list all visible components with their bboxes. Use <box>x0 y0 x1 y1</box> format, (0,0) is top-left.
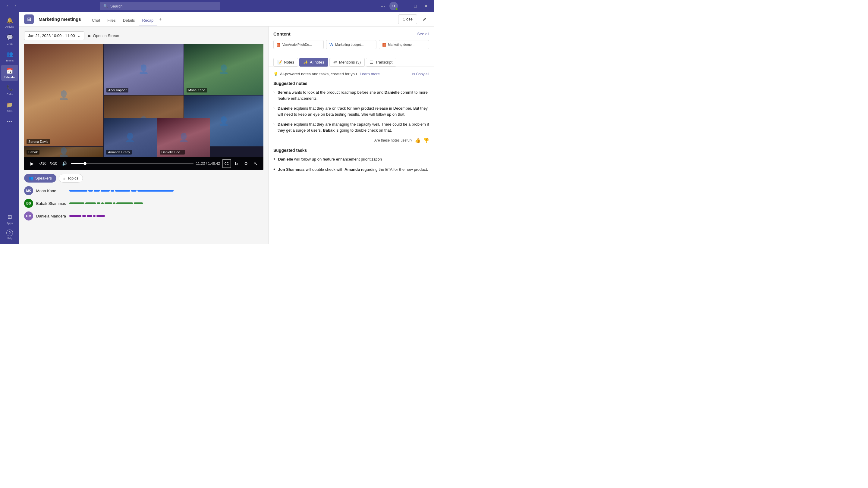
maximize-button[interactable]: □ <box>411 2 420 10</box>
chat-icon: 💬 <box>5 33 14 41</box>
speaker-name-daniela: Daniela Mandera <box>36 214 66 218</box>
speaker-tabs: 👥 Speakers # Topics <box>24 174 264 183</box>
note-text-3: Danielle explains that they are managing… <box>278 121 429 133</box>
sidebar-item-help[interactable]: ? Help <box>1 228 18 241</box>
fullscreen-button[interactable]: ⤡ <box>251 159 260 168</box>
see-all-button[interactable]: See all <box>417 32 429 36</box>
more-options-button[interactable]: ··· <box>378 2 387 10</box>
notes-feedback: Are these notes useful? 👍 👎 <box>273 137 429 143</box>
user-avatar[interactable]: U <box>390 2 398 10</box>
settings-button[interactable]: ⚙ <box>242 159 250 168</box>
speakers-tab[interactable]: 👥 Speakers <box>24 174 56 183</box>
ai-icon: ✨ <box>303 60 308 64</box>
tab-chat[interactable]: Chat <box>88 12 104 26</box>
sidebar-item-teams[interactable]: 👥 Teams <box>1 48 18 64</box>
copy-all-button[interactable]: ⧉ Copy all <box>412 72 429 76</box>
video-controls-bar: ▶ ↺10 ↻10 🔊 11:23 / 1:48:42 CC 1x ⚙ <box>24 157 264 170</box>
video-name-amanda: Amanda Brady <box>106 150 132 155</box>
speaker-avatar-daniela: DM <box>24 212 33 221</box>
tab-mentions[interactable]: @ Mentions (3) <box>330 58 365 67</box>
speaker-bar <box>137 190 174 192</box>
sidebar-item-activity[interactable]: 🔔 Activity <box>1 14 18 30</box>
speaker-bar <box>69 190 87 192</box>
tab-notes[interactable]: 📝 Notes <box>273 58 298 67</box>
sidebar-label-calendar: Calendar <box>4 76 16 79</box>
play-button[interactable]: ▶ <box>28 159 36 168</box>
content-file-pitch[interactable]: ▩ VanArsdelPitchDe... <box>273 40 324 49</box>
minimize-button[interactable]: − <box>400 2 409 10</box>
video-cell-mona: 👤 Mona Kane <box>184 44 264 95</box>
speaker-row-babak: BS Babak Shammas <box>24 199 264 208</box>
date-dropdown[interactable]: Jan 21, 2023 10:00 - 11:00 ⌄ <box>24 31 84 40</box>
title-bar-right: ··· U − □ ✕ <box>378 2 430 10</box>
speed-button[interactable]: 1x <box>232 159 241 168</box>
speaker-row-daniela: DM Daniela Mandera <box>24 212 264 221</box>
content-area: ⊞ Marketing meetings Chat Files Details … <box>19 12 434 244</box>
note-item-2: › Danielle explains that they are on tra… <box>273 105 429 117</box>
content-files: ▩ VanArsdelPitchDe... W Marketing budget… <box>273 40 429 49</box>
sidebar-item-calendar[interactable]: 📅 Calendar <box>1 65 18 81</box>
video-face-mona: 👤 <box>184 44 264 95</box>
captions-button[interactable]: CC <box>222 159 231 168</box>
open-stream-button[interactable]: ▶ Open in Stream <box>88 33 120 38</box>
tab-ai-notes[interactable]: ✨ AI notes <box>299 58 328 67</box>
forward-button[interactable]: › <box>12 2 19 10</box>
nav-buttons: ‹ › <box>4 2 19 10</box>
online-indicator <box>396 8 398 10</box>
tab-transcript[interactable]: ☰ Transcript <box>366 58 396 67</box>
sidebar-item-calls[interactable]: 📞 Calls <box>1 82 18 98</box>
tab-files[interactable]: Files <box>104 12 119 26</box>
sidebar-item-apps[interactable]: ⊞ Apps <box>1 211 18 227</box>
learn-more-link[interactable]: Learn more <box>360 72 380 76</box>
content-file-budget[interactable]: W Marketing budget... <box>326 40 376 49</box>
notes-icon: 📝 <box>277 60 282 64</box>
close-window-button[interactable]: ✕ <box>422 2 430 10</box>
speakers-label: Speakers <box>35 176 52 181</box>
stream-icon: ▶ <box>88 33 91 38</box>
speaker-bar <box>82 215 86 217</box>
tab-details[interactable]: Details <box>119 12 138 26</box>
speaker-name-mona: Mona Kane <box>36 189 66 193</box>
video-name-babak: Babak <box>27 150 39 155</box>
sidebar-label-teams: Teams <box>6 59 14 62</box>
forward-button[interactable]: ↻10 <box>50 159 58 168</box>
sidebar-item-chat[interactable]: 💬 Chat <box>1 31 18 47</box>
content-header: Content See all <box>273 31 429 36</box>
suggested-tasks-heading: Suggested tasks <box>273 148 429 153</box>
tab-recap[interactable]: Recap <box>138 12 157 26</box>
close-meeting-button[interactable]: Close <box>398 14 417 24</box>
activity-icon: 🔔 <box>5 16 14 25</box>
topics-label: Topics <box>67 176 79 181</box>
copy-icon: ⧉ <box>412 72 415 76</box>
topics-tab[interactable]: # Topics <box>59 174 83 183</box>
search-input[interactable] <box>110 4 217 8</box>
search-icon: 🔍 <box>103 4 108 8</box>
rewind-button[interactable]: ↺10 <box>38 159 47 168</box>
speaker-bar <box>87 215 92 217</box>
bullet-icon-1: • <box>273 156 275 162</box>
thumbs-down-button[interactable]: 👎 <box>423 137 429 143</box>
file-name-budget: Marketing budget... <box>335 43 364 46</box>
progress-dot <box>84 162 87 165</box>
content-file-demo[interactable]: ▩ Marketing demo... <box>379 40 429 49</box>
files-icon: 📁 <box>5 101 14 109</box>
sidebar-label-files: Files <box>7 110 12 113</box>
video-progress[interactable] <box>71 163 193 164</box>
add-tab-button[interactable]: + <box>157 12 163 26</box>
chevron-down-icon: ⌄ <box>77 33 81 38</box>
sidebar-item-more[interactable]: ••• <box>1 116 18 128</box>
speaker-bar <box>101 202 104 204</box>
sidebar-item-files[interactable]: 📁 Files <box>1 99 18 115</box>
thumbs-up-button[interactable]: 👍 <box>415 137 421 143</box>
pptx-icon-2: ▩ <box>382 42 386 47</box>
speaker-bar <box>131 190 136 192</box>
more-icon: ••• <box>5 118 14 126</box>
ctrl-right: CC 1x ⚙ ⤡ <box>222 159 260 168</box>
back-button[interactable]: ‹ <box>4 2 11 10</box>
volume-button[interactable]: 🔊 <box>60 159 69 168</box>
calendar-icon: 📅 <box>5 67 14 75</box>
search-bar[interactable]: 🔍 <box>100 2 220 10</box>
speaker-bar <box>104 202 112 204</box>
video-name-mona: Mona Kane <box>187 88 207 93</box>
popout-button[interactable]: ⬈ <box>420 14 429 24</box>
